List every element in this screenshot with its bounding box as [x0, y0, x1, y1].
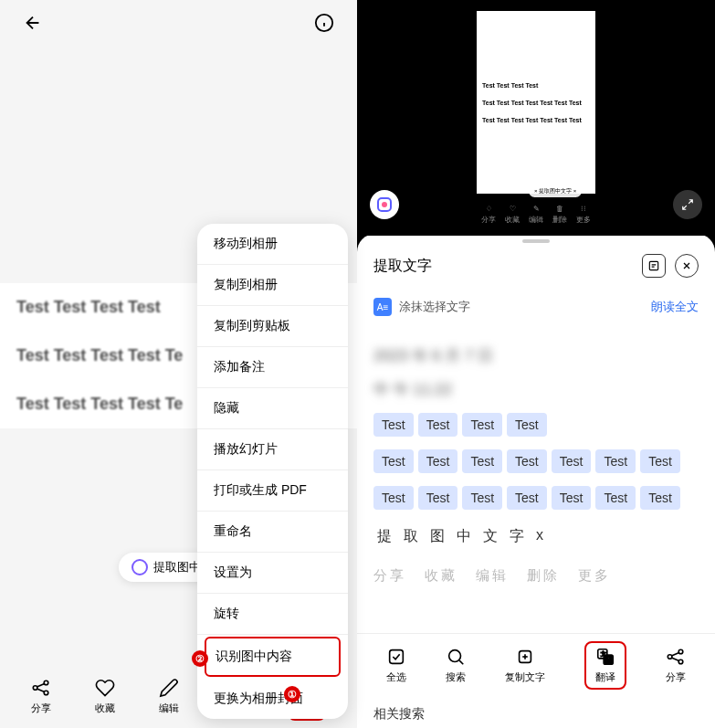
preview-line: Test Test Test Test — [482, 82, 590, 89]
menu-copy-clipboard[interactable]: 复制到剪贴板 — [197, 306, 348, 347]
token[interactable]: Test — [373, 486, 414, 510]
info-button[interactable] — [313, 12, 335, 34]
select-text-icon: A≡ — [373, 298, 392, 316]
preview-tb-fav[interactable]: ♡收藏 — [505, 205, 520, 225]
sheet-actions — [642, 254, 699, 278]
extracted-date[interactable]: 2023 年 6 月 7 日 — [373, 345, 699, 366]
preview-tb-del[interactable]: 🗑删除 — [552, 205, 567, 225]
token[interactable]: Test — [640, 449, 680, 473]
menu-print-pdf[interactable]: 打印或生成 PDF — [197, 470, 348, 512]
search-icon — [446, 647, 466, 667]
token[interactable]: Test — [462, 486, 502, 510]
svg-rect-12 — [649, 261, 657, 269]
back-button[interactable] — [22, 12, 44, 34]
token[interactable]: Test — [462, 413, 502, 437]
token[interactable]: Test — [552, 486, 592, 510]
related-search[interactable]: 相关搜索 — [357, 697, 715, 728]
token[interactable]: Test — [595, 486, 636, 510]
menu-rename[interactable]: 重命名 — [197, 512, 348, 553]
menu-recognize-content[interactable]: 识别图中内容 — [205, 637, 341, 677]
note-button[interactable] — [642, 254, 666, 278]
nav-favorite[interactable]: 收藏 — [95, 677, 115, 715]
svg-line-7 — [37, 689, 45, 692]
plain-token[interactable]: 字 — [506, 522, 528, 551]
svg-point-16 — [448, 650, 460, 662]
token[interactable]: Test — [373, 449, 414, 473]
preview-image[interactable]: Test Test Test Test Test Test Test Test … — [477, 11, 595, 194]
nav-share-label: 分享 — [31, 702, 51, 715]
menu-hide[interactable]: 隐藏 — [197, 388, 348, 429]
svg-line-28 — [672, 652, 679, 656]
token[interactable]: Test — [418, 449, 458, 473]
lens-button[interactable] — [370, 190, 399, 219]
plain-token[interactable]: 取 — [400, 522, 422, 551]
token[interactable]: Test — [507, 449, 547, 473]
menu-copy-to-album[interactable]: 复制到相册 — [197, 265, 348, 306]
preview-line: Test Test Test Test Test Test Test — [482, 100, 590, 106]
nav-translate[interactable]: 文A 翻译 — [584, 641, 626, 690]
sheet-header: 提取文字 — [357, 243, 715, 289]
menu-move-to-album[interactable]: 移动到相册 — [197, 224, 348, 265]
preview-area: Test Test Test Test Test Test Test Test … — [357, 0, 715, 236]
menu-slideshow[interactable]: 播放幻灯片 — [197, 429, 348, 470]
token[interactable]: Test — [595, 449, 636, 473]
nav-search-label: 搜索 — [446, 670, 466, 684]
plain-token[interactable]: 图 — [426, 522, 448, 551]
preview-tb-edit[interactable]: ✎编辑 — [529, 205, 543, 225]
token[interactable]: Test — [507, 413, 547, 437]
token[interactable]: Test — [640, 486, 680, 510]
nav-copy-text[interactable]: 复制文字 — [505, 647, 545, 684]
preview-tb-share[interactable]: ♢分享 — [481, 205, 496, 225]
share-icon — [666, 647, 686, 667]
svg-text:A: A — [606, 657, 611, 663]
extracted-time[interactable]: 中 午 11:22 — [373, 379, 699, 400]
extract-text-sheet: 提取文字 A≡ 涂抹选择文字 朗读全文 2023 年 6 月 7 日 中 午 1… — [357, 234, 715, 728]
menu-add-note[interactable]: 添加备注 — [197, 347, 348, 388]
action-more[interactable]: 更多 — [578, 567, 611, 585]
callout-badge-2: ② — [192, 650, 208, 667]
nav-share[interactable]: 分享 — [31, 677, 51, 715]
menu-set-as[interactable]: 设置为 — [197, 553, 348, 594]
plain-token[interactable]: 提 — [373, 522, 395, 551]
nav-select-all-label: 全选 — [386, 670, 406, 684]
left-screenshot: Test Test Test Test Test Test Test Test … — [0, 0, 357, 728]
expand-button[interactable] — [673, 190, 702, 219]
action-edit[interactable]: 编辑 — [476, 567, 509, 585]
menu-set-cover[interactable]: 更换为相册封面 — [197, 679, 348, 719]
left-content: Test Test Test Test Test Test Test Test … — [0, 46, 357, 664]
text-action-row: 分享 收藏 编辑 删除 更多 — [373, 567, 699, 585]
more-menu: 移动到相册 复制到相册 复制到剪贴板 添加备注 隐藏 播放幻灯片 打印或生成 P… — [197, 224, 348, 719]
token[interactable]: Test — [418, 486, 458, 510]
nav-edit[interactable]: 编辑 — [159, 677, 179, 715]
action-share[interactable]: 分享 — [373, 567, 406, 585]
lens-icon — [131, 559, 148, 575]
svg-rect-15 — [389, 650, 403, 664]
heart-icon — [95, 677, 115, 699]
nav-share-right[interactable]: 分享 — [666, 647, 686, 684]
nav-select-all[interactable]: 全选 — [386, 647, 406, 684]
close-button[interactable] — [675, 254, 699, 278]
preview-extract-pill[interactable]: × 提取图中文字 × — [529, 185, 582, 197]
action-favorite[interactable]: 收藏 — [425, 567, 457, 585]
read-aloud-button[interactable]: 朗读全文 — [651, 299, 699, 315]
plain-token[interactable]: 文 — [479, 522, 501, 551]
nav-search[interactable]: 搜索 — [446, 647, 466, 684]
token[interactable]: Test — [373, 413, 414, 437]
token-row: Test Test Test Test Test Test Test — [373, 449, 699, 473]
token[interactable]: Test — [462, 449, 502, 473]
svg-line-29 — [672, 658, 679, 661]
token[interactable]: Test — [552, 449, 592, 473]
sheet-content: 2023 年 6 月 7 日 中 午 11:22 Test Test Test … — [357, 325, 715, 633]
svg-line-17 — [459, 660, 463, 664]
token[interactable]: Test — [507, 486, 547, 510]
token[interactable]: Test — [418, 413, 458, 437]
menu-rotate[interactable]: 旋转 — [197, 594, 348, 635]
plain-token[interactable]: x — [532, 522, 547, 551]
nav-edit-label: 编辑 — [159, 702, 179, 715]
preview-tb-more[interactable]: ⁝⁝更多 — [576, 205, 591, 225]
right-screenshot: Test Test Test Test Test Test Test Test … — [357, 0, 715, 728]
nav-copy-label: 复制文字 — [505, 670, 545, 684]
plain-token[interactable]: 中 — [453, 522, 475, 551]
action-delete[interactable]: 删除 — [527, 567, 560, 585]
nav-share-label: 分享 — [666, 670, 686, 684]
